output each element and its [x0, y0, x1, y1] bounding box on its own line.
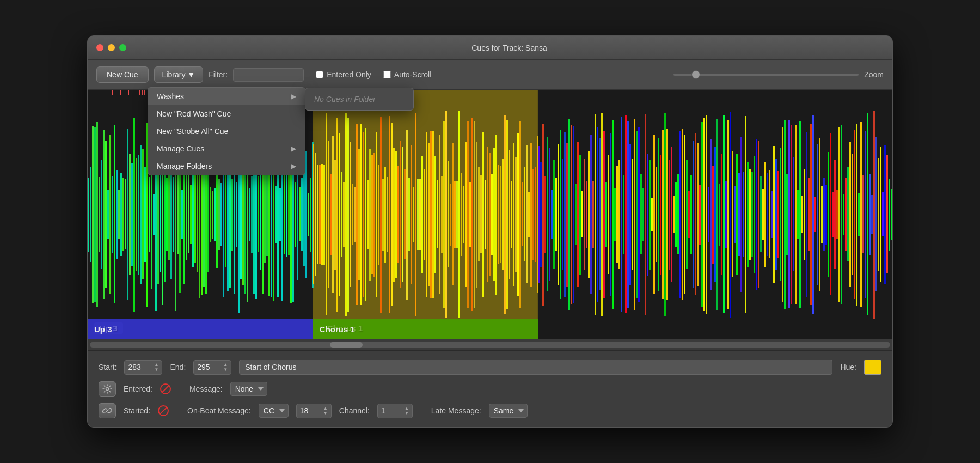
new-cue-button[interactable]: New Cue [96, 66, 149, 83]
washes-menu-item[interactable]: Washes ▶ No Cues in Folder [148, 88, 305, 105]
close-button[interactable] [96, 44, 103, 51]
channel-label: Channel: [339, 406, 370, 415]
bottom-panel: Start: 283 ▲ ▼ End: 295 ▲ ▼ Hue: [88, 350, 892, 427]
entered-only-label: Entered Only [327, 70, 371, 79]
washes-submenu: No Cues in Folder [305, 88, 414, 111]
minimize-button[interactable] [108, 44, 115, 51]
new-red-wash-item[interactable]: New "Red Wash" Cue [148, 105, 305, 123]
zoom-label: Zoom [864, 70, 884, 79]
window-title: Cues for Track: Sansa [135, 44, 884, 52]
end-value: 295 [197, 363, 210, 371]
beat-number-value: 18 [300, 406, 309, 415]
end-up-arrow[interactable]: ▲ [223, 363, 228, 367]
new-strobe-all-item[interactable]: New "Strobe All" Cue [148, 123, 305, 140]
channel-up-arrow[interactable]: ▲ [405, 406, 409, 411]
channel-stepper[interactable]: 1 ▲ ▼ [377, 404, 413, 418]
start-up-arrow[interactable]: ▲ [155, 363, 159, 367]
start-down-arrow[interactable]: ▼ [155, 368, 159, 372]
library-dropdown-menu: Washes ▶ No Cues in Folder New "Red Wash… [148, 87, 305, 175]
hue-label: Hue: [840, 363, 856, 371]
window-controls [96, 44, 126, 51]
title-bar: Cues for Track: Sansa [88, 36, 892, 60]
bottom-row-2: Entered: Message: None [99, 381, 881, 397]
on-beat-label: On-Beat Message: [187, 406, 251, 415]
up3-bar: Up 3 [88, 319, 313, 339]
manage-folders-item[interactable]: Manage Folders ▶ [148, 157, 305, 175]
beat-down-arrow[interactable]: ▼ [323, 411, 328, 416]
end-label: End: [170, 363, 186, 371]
end-down-arrow[interactable]: ▼ [223, 368, 228, 372]
bottom-row-1: Start: 283 ▲ ▼ End: 295 ▲ ▼ Hue: [99, 360, 881, 375]
zoom-slider[interactable] [673, 74, 859, 76]
channel-value: 1 [381, 406, 385, 415]
late-message-label: Late Message: [431, 406, 481, 415]
entered-no-icon [160, 383, 171, 394]
cue-name-input[interactable] [239, 360, 832, 375]
library-button[interactable]: Library ▼ [154, 66, 204, 83]
beat-up-arrow[interactable]: ▲ [323, 406, 328, 411]
filter-label: Filter: [209, 70, 228, 79]
late-message-select[interactable]: Same [489, 404, 528, 418]
chorus1-bar-label: Chorus 1 [320, 325, 355, 334]
manage-folders-arrow: ▶ [291, 162, 296, 170]
up3-bar-label: Up 3 [94, 325, 112, 334]
auto-scroll-checkbox[interactable] [383, 71, 391, 78]
entered-label: Entered: [124, 385, 152, 393]
link-button[interactable] [99, 403, 116, 418]
svg-point-4 [106, 388, 109, 391]
bottom-row-3: Started: On-Beat Message: CC 18 ▲ ▼ Chan… [99, 403, 881, 418]
entered-only-checkbox[interactable] [316, 71, 323, 78]
settings-button[interactable] [99, 381, 116, 397]
auto-scroll-label: Auto-Scroll [394, 70, 431, 79]
message-select[interactable]: None [230, 382, 267, 396]
entered-only-group: Entered Only [316, 70, 371, 79]
manage-cues-arrow: ▶ [291, 145, 296, 153]
scrollbar-track[interactable] [90, 342, 890, 348]
message-label: Message: [189, 385, 223, 393]
zoom-group: Zoom [673, 70, 884, 79]
on-beat-select[interactable]: CC [259, 404, 289, 418]
start-label: Start: [99, 363, 117, 371]
hue-swatch[interactable] [864, 360, 881, 375]
maximize-button[interactable] [119, 44, 126, 51]
scrollbar-thumb[interactable] [330, 342, 363, 348]
scrollbar-area [88, 339, 892, 350]
auto-scroll-group: Auto-Scroll [383, 70, 431, 79]
started-no-icon [158, 405, 169, 416]
chorus1-bar: Chorus 1 [313, 319, 538, 339]
main-window: Cues for Track: Sansa New Cue Library ▼ … [87, 35, 893, 428]
no-cues-item: No Cues in Folder [305, 90, 413, 108]
washes-label: Washes [157, 92, 184, 101]
channel-down-arrow[interactable]: ▼ [405, 411, 409, 416]
manage-cues-item[interactable]: Manage Cues ▶ [148, 140, 305, 157]
start-stepper[interactable]: 283 ▲ ▼ [124, 360, 162, 375]
start-value: 283 [128, 363, 140, 371]
started-label: Started: [124, 406, 150, 415]
washes-submenu-arrow: ▶ [291, 93, 296, 100]
beat-number-stepper[interactable]: 18 ▲ ▼ [296, 404, 332, 418]
filter-input[interactable] [233, 68, 304, 82]
toolbar: New Cue Library ▼ Filter: Entered Only A… [88, 60, 892, 90]
end-stepper[interactable]: 295 ▲ ▼ [193, 360, 231, 375]
